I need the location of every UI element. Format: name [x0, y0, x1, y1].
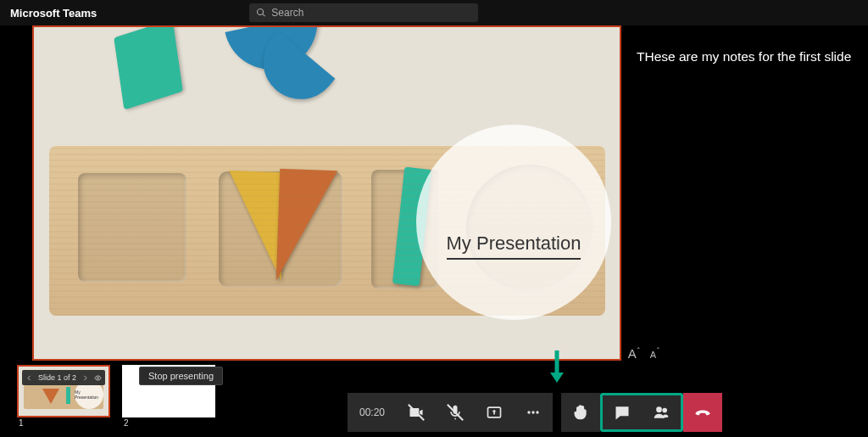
share-tray-icon: [486, 404, 503, 421]
participants-button[interactable]: [642, 393, 681, 432]
presenter-notes-text: THese are my notes for the first slide: [637, 49, 858, 64]
more-actions-button[interactable]: [514, 393, 553, 432]
chevron-right-icon[interactable]: [81, 374, 89, 382]
app-title: Microsoft Teams: [10, 7, 97, 20]
chevron-left-icon[interactable]: [25, 374, 33, 382]
call-duration: 00:20: [348, 406, 397, 418]
meeting-control-bar: 00:20: [348, 393, 722, 432]
svg-point-6: [663, 409, 666, 412]
notes-font-size-controls: A A: [628, 346, 659, 361]
mic-toggle-button[interactable]: [436, 393, 475, 432]
svg-point-5: [657, 407, 661, 412]
search-placeholder: Search: [271, 7, 303, 19]
chat-button[interactable]: [603, 393, 642, 432]
svg-point-0: [97, 377, 98, 378]
svg-point-4: [536, 411, 538, 413]
search-icon: [256, 8, 266, 18]
current-slide[interactable]: My Presentation: [32, 25, 621, 361]
eye-icon[interactable]: [94, 374, 102, 382]
people-icon: [653, 404, 670, 421]
svg-point-2: [527, 411, 530, 413]
ellipsis-icon: [525, 404, 542, 421]
highlighted-controls-group: [600, 393, 683, 432]
hand-icon: [572, 404, 589, 421]
title-bar: Microsoft Teams Search: [0, 0, 868, 25]
decrease-font-button[interactable]: A: [650, 350, 659, 360]
thumbnail-number: 2: [124, 418, 129, 428]
leave-call-button[interactable]: [683, 393, 722, 432]
presenter-notes-pane: THese are my notes for the first slide: [621, 25, 868, 369]
search-input[interactable]: Search: [249, 3, 478, 22]
slide-navigator-overlay: Slide 1 of 2: [22, 370, 105, 385]
slide-counter: Slide 1 of 2: [38, 373, 76, 382]
stop-presenting-button[interactable]: Stop presenting: [139, 367, 223, 385]
svg-point-3: [531, 411, 534, 413]
thumbnail-number: 1: [19, 418, 24, 428]
presentation-stage: My Presentation THese are my notes for t…: [0, 25, 868, 369]
share-screen-button[interactable]: [475, 393, 514, 432]
camera-toggle-button[interactable]: [397, 393, 436, 432]
hang-up-icon: [694, 404, 711, 421]
raise-hand-button[interactable]: [561, 393, 600, 432]
increase-font-button[interactable]: A: [628, 346, 640, 361]
slide-title-disc: My Presentation: [416, 125, 611, 320]
chat-icon: [614, 404, 631, 421]
slide-thumbnail-1[interactable]: My Presentation Slide 1 of 2 1: [17, 365, 110, 417]
slide-title: My Presentation: [447, 233, 581, 260]
annotation-arrow-icon: [547, 349, 567, 389]
